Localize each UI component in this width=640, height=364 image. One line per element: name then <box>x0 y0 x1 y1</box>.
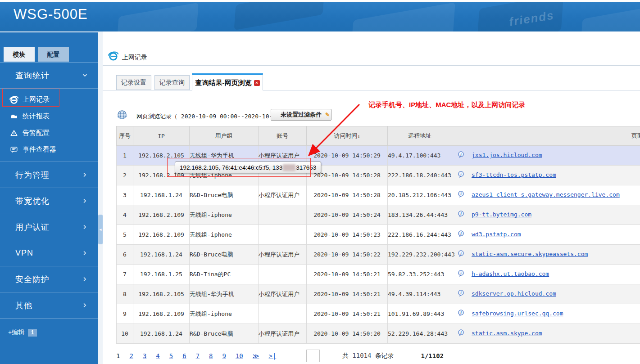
sidebar-item-事件查看器[interactable]: 事件查看器 <box>0 141 98 158</box>
cell-ip: 192.168.2.109 <box>133 205 190 225</box>
record-url-link[interactable]: jxs1.jos.hicloud.com <box>472 152 542 158</box>
page-title: 上网记录 <box>122 54 147 62</box>
table-row[interactable]: 3192.168.1.24R&D-Bruce电脑小程序认证用户2020-10-0… <box>117 185 640 205</box>
column-header-访问时间[interactable]: 访问时间↓ <box>307 126 388 146</box>
filter-button[interactable]: 未设置过滤条件 ✎ <box>271 109 331 121</box>
tooltip-prefix: 192.168.2.105, 76:41:e4:46:c5:f5, 133 <box>180 164 282 171</box>
cell-remote-address: 222.186.16.244:443 <box>388 225 452 245</box>
page-link-5[interactable]: 5 <box>169 352 173 360</box>
record-url-link[interactable]: safebrowsing.urlsec.qq.com <box>472 310 563 317</box>
sidebar-section-label: 其他 <box>15 300 32 311</box>
tab-query-result[interactable]: 查询结果-网页浏览 × <box>192 73 263 90</box>
page-link-9[interactable]: 9 <box>222 352 226 360</box>
sidebar-section-group[interactable]: VPN <box>0 240 98 266</box>
info-icon[interactable]: i <box>458 230 464 239</box>
cell-account: 小程序认证用户 <box>259 324 307 344</box>
table-row[interactable]: 6192.168.1.24R&D-Bruce电脑小程序认证用户2020-10-0… <box>117 245 640 265</box>
column-header-页面: 页面 <box>624 126 640 146</box>
table-row[interactable]: 10192.168.1.24R&D-Bruce电脑小程序认证用户2020-10-… <box>117 324 640 344</box>
cell-ip: 192.168.1.24 <box>133 324 190 344</box>
page-link-10[interactable]: 10 <box>236 352 243 360</box>
sidebar-tab-config[interactable]: 配置 <box>38 47 69 62</box>
cell-account <box>259 225 307 245</box>
cell-remote-address: 20.185.212.106:443 <box>388 185 452 205</box>
sidebar-tab-modules[interactable]: 模块 <box>4 47 35 62</box>
record-url-link[interactable]: h-adashx.ut.taobao.com <box>472 270 549 277</box>
table-row[interactable]: 7192.168.1.25R&D-Tina的PC2020-10-09 14:50… <box>117 265 640 284</box>
cell-page <box>624 245 640 265</box>
cell-url: isafebrowsing.urlsec.qq.com <box>452 304 624 324</box>
info-icon[interactable]: i <box>458 329 464 338</box>
info-icon[interactable]: i <box>458 290 464 298</box>
close-tab-icon[interactable]: × <box>254 80 260 86</box>
cell-url: istatic-asm.secure.skypeassets.com <box>452 245 624 265</box>
sidebar-item-告警配置[interactable]: 告警配置 <box>0 125 98 141</box>
table-row[interactable]: 8192.168.2.105无线组-华为手机小程序认证用户2020-10-09 … <box>117 284 640 304</box>
last-page-link[interactable]: >| <box>268 352 276 360</box>
record-url-link[interactable]: wd3.pstatp.com <box>472 231 521 238</box>
info-icon[interactable]: i <box>458 250 464 259</box>
edit-count-badge: 1 <box>28 329 37 337</box>
sidebar-section-label: 安全防护 <box>15 274 50 285</box>
cell-ip: 192.168.1.25 <box>133 265 190 284</box>
cell-index: 9 <box>117 304 133 324</box>
record-url-link[interactable]: static-asm.secure.skypeassets.com <box>472 251 588 257</box>
sidebar-section-label: 查询统计 <box>15 70 50 81</box>
tab-record-settings[interactable]: 记录设置 <box>116 75 151 90</box>
cell-page <box>624 146 640 166</box>
sidebar-item-统计报表[interactable]: 统计报表 <box>0 108 98 125</box>
cell-user-group: R&D-Bruce电脑 <box>190 324 259 344</box>
cell-page <box>624 205 640 225</box>
info-icon[interactable]: i <box>458 191 464 199</box>
banner-key-shape <box>351 2 455 31</box>
sidebar-item-上网记录[interactable]: 上网记录 <box>0 91 98 108</box>
records-table: 序号IP用户组账号访问时间↓远程地址页面 1192.168.2.105无线组-华… <box>116 126 640 344</box>
page-link-8[interactable]: 8 <box>209 352 213 360</box>
page-link-4[interactable]: 4 <box>156 352 159 360</box>
sidebar-section-group[interactable]: 其他 <box>0 292 98 319</box>
sidebar-section-group[interactable]: 行为管理 <box>0 162 98 188</box>
device-info-tooltip: 192.168.2.105, 76:41:e4:46:c5:f5, 133317… <box>175 162 321 173</box>
cell-visit-time: 2020-10-09 14:50:24 <box>307 205 388 225</box>
tab-record-query[interactable]: 记录查询 <box>154 75 190 90</box>
record-url-link[interactable]: p9-tt.byteimg.com <box>472 211 531 218</box>
info-icon[interactable]: i <box>458 151 464 160</box>
info-icon[interactable]: i <box>458 171 464 180</box>
record-url-link[interactable]: sf3-ttcdn-tos.pstatp.com <box>472 171 556 178</box>
table-row[interactable]: 9192.168.2.109无线组-iphone2020-10-09 14:50… <box>117 304 640 324</box>
sidebar-collapse-handle[interactable]: ◄ <box>98 215 103 244</box>
sidebar-section-group[interactable]: 用户认证 <box>0 214 98 240</box>
sidebar-section-query-stats[interactable]: 查询统计 <box>0 63 98 89</box>
info-icon[interactable]: i <box>458 270 464 279</box>
pencil-icon: ✎ <box>325 109 330 120</box>
page-link-3[interactable]: 3 <box>143 352 146 360</box>
cell-account <box>259 265 307 284</box>
tab-query-result-label: 查询结果-网页浏览 <box>195 79 252 87</box>
cell-index: 10 <box>117 324 133 344</box>
info-icon[interactable]: i <box>458 310 464 318</box>
sidebar-section-group[interactable]: 安全防护 <box>0 266 98 292</box>
page-link-7[interactable]: 7 <box>196 352 200 360</box>
ie-icon <box>9 95 19 104</box>
cell-page <box>624 304 640 324</box>
table-row[interactable]: 4192.168.2.109无线组-iphone2020-10-09 14:50… <box>117 205 640 225</box>
record-url-link[interactable]: azeus1-client-s.gateway.messenger.live.c… <box>472 191 620 198</box>
page-jump-input[interactable] <box>306 350 320 362</box>
record-url-link[interactable]: static.asm.skype.com <box>472 330 542 337</box>
info-icon[interactable]: i <box>458 211 464 219</box>
cell-visit-time: 2020-10-09 14:50:28 <box>307 185 388 205</box>
cell-remote-address: 49.4.17.100:443 <box>388 146 452 166</box>
sidebar-gutter <box>98 31 103 364</box>
chevron-down-icon <box>82 72 88 78</box>
page-link-2[interactable]: 2 <box>129 352 133 360</box>
table-header-row: 序号IP用户组账号访问时间↓远程地址页面 <box>117 126 640 146</box>
cell-visit-time: 2020-10-09 14:50:22 <box>307 245 388 265</box>
next-pages-link[interactable]: ≫ <box>253 352 259 360</box>
wsg-500e-app: friends WSG-500E 模块 配置 查询统计上网记录统计报表告警配置事… <box>0 0 640 364</box>
sidebar-section-group[interactable]: 带宽优化 <box>0 188 98 214</box>
total-records-label: 共11014条记录 <box>342 352 394 360</box>
sidebar-edit-button[interactable]: +编辑 1 <box>8 328 37 337</box>
record-url-link[interactable]: sdkserver.op.hicloud.com <box>472 290 556 297</box>
table-row[interactable]: 5192.168.2.109无线组-iphone2020-10-09 14:50… <box>117 225 640 245</box>
page-link-6[interactable]: 6 <box>182 352 186 360</box>
